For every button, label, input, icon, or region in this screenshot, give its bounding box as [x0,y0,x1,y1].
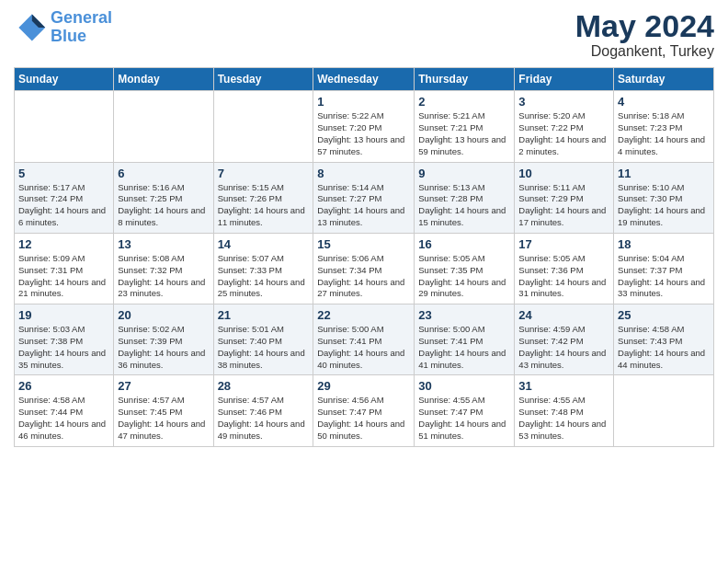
day-info: Sunrise: 5:04 AM Sunset: 7:37 PM Dayligh… [618,253,710,300]
weekday-header-friday: Friday [515,68,614,91]
calendar-cell: 28Sunrise: 4:57 AM Sunset: 7:46 PM Dayli… [213,375,313,446]
day-info: Sunrise: 4:57 AM Sunset: 7:46 PM Dayligh… [218,395,310,442]
day-number: 3 [518,95,609,109]
calendar-cell [614,375,714,446]
day-info: Sunrise: 4:57 AM Sunset: 7:45 PM Dayligh… [118,395,209,442]
day-number: 17 [518,237,609,251]
calendar-cell: 20Sunrise: 5:02 AM Sunset: 7:39 PM Dayli… [114,304,213,375]
week-row-5: 26Sunrise: 4:58 AM Sunset: 7:44 PM Dayli… [15,375,714,446]
day-number: 9 [418,167,510,180]
day-number: 29 [317,379,410,393]
calendar-cell: 25Sunrise: 4:58 AM Sunset: 7:43 PM Dayli… [614,304,714,375]
calendar-table: SundayMondayTuesdayWednesdayThursdayFrid… [14,67,714,446]
weekday-header-tuesday: Tuesday [213,68,313,91]
day-info: Sunrise: 5:05 AM Sunset: 7:35 PM Dayligh… [418,253,510,300]
day-number: 8 [317,167,410,180]
day-info: Sunrise: 5:16 AM Sunset: 7:25 PM Dayligh… [118,182,209,229]
day-number: 31 [518,379,609,393]
day-number: 6 [118,167,209,180]
calendar-cell: 22Sunrise: 5:00 AM Sunset: 7:41 PM Dayli… [313,304,415,375]
day-info: Sunrise: 5:22 AM Sunset: 7:20 PM Dayligh… [317,110,410,157]
calendar-cell: 19Sunrise: 5:03 AM Sunset: 7:38 PM Dayli… [15,304,114,375]
calendar-cell: 29Sunrise: 4:56 AM Sunset: 7:47 PM Dayli… [313,375,415,446]
header: General Blue May 2024 Dogankent, Turkey [14,9,714,60]
logo: General Blue [14,9,112,46]
calendar-cell: 23Sunrise: 5:00 AM Sunset: 7:41 PM Dayli… [415,304,515,375]
logo-icon [14,11,47,44]
calendar-cell: 18Sunrise: 5:04 AM Sunset: 7:37 PM Dayli… [614,233,714,304]
calendar-cell: 11Sunrise: 5:10 AM Sunset: 7:30 PM Dayli… [614,162,714,233]
title-block: May 2024 Dogankent, Turkey [575,9,714,60]
day-number: 7 [218,167,310,180]
calendar-cell: 31Sunrise: 4:55 AM Sunset: 7:48 PM Dayli… [515,375,614,446]
calendar-cell: 24Sunrise: 4:59 AM Sunset: 7:42 PM Dayli… [515,304,614,375]
calendar-cell: 30Sunrise: 4:55 AM Sunset: 7:47 PM Dayli… [415,375,515,446]
day-info: Sunrise: 4:59 AM Sunset: 7:42 PM Dayligh… [518,324,609,371]
weekday-header-sunday: Sunday [15,68,114,91]
calendar-cell: 9Sunrise: 5:13 AM Sunset: 7:28 PM Daylig… [415,162,515,233]
day-info: Sunrise: 4:56 AM Sunset: 7:47 PM Dayligh… [317,395,410,442]
calendar-cell: 1Sunrise: 5:22 AM Sunset: 7:20 PM Daylig… [313,91,415,162]
calendar-cell: 16Sunrise: 5:05 AM Sunset: 7:35 PM Dayli… [415,233,515,304]
day-number: 11 [618,167,710,180]
day-number: 26 [18,379,109,393]
weekday-header-row: SundayMondayTuesdayWednesdayThursdayFrid… [15,68,714,91]
calendar-cell: 6Sunrise: 5:16 AM Sunset: 7:25 PM Daylig… [114,162,213,233]
logo-blue: Blue [51,27,86,45]
week-row-3: 12Sunrise: 5:09 AM Sunset: 7:31 PM Dayli… [15,233,714,304]
day-info: Sunrise: 5:03 AM Sunset: 7:38 PM Dayligh… [18,324,109,371]
day-info: Sunrise: 4:58 AM Sunset: 7:44 PM Dayligh… [18,395,109,442]
day-number: 30 [418,379,510,393]
calendar-cell: 12Sunrise: 5:09 AM Sunset: 7:31 PM Dayli… [15,233,114,304]
day-number: 28 [218,379,310,393]
calendar-cell: 5Sunrise: 5:17 AM Sunset: 7:24 PM Daylig… [15,162,114,233]
logo-text: General Blue [51,9,112,46]
calendar-cell: 13Sunrise: 5:08 AM Sunset: 7:32 PM Dayli… [114,233,213,304]
day-info: Sunrise: 5:21 AM Sunset: 7:21 PM Dayligh… [418,110,510,157]
day-info: Sunrise: 5:00 AM Sunset: 7:41 PM Dayligh… [317,324,410,371]
day-number: 14 [218,237,310,251]
day-number: 16 [418,237,510,251]
day-number: 20 [118,308,209,322]
week-row-4: 19Sunrise: 5:03 AM Sunset: 7:38 PM Dayli… [15,304,714,375]
day-number: 2 [418,95,510,109]
day-number: 23 [418,308,510,322]
day-info: Sunrise: 5:14 AM Sunset: 7:27 PM Dayligh… [317,182,410,229]
day-info: Sunrise: 5:18 AM Sunset: 7:23 PM Dayligh… [618,110,710,157]
day-info: Sunrise: 4:55 AM Sunset: 7:47 PM Dayligh… [418,395,510,442]
day-info: Sunrise: 4:58 AM Sunset: 7:43 PM Dayligh… [618,324,710,371]
calendar-cell: 3Sunrise: 5:20 AM Sunset: 7:22 PM Daylig… [515,91,614,162]
day-number: 22 [317,308,410,322]
page: General Blue May 2024 Dogankent, Turkey … [0,0,728,461]
calendar-cell: 8Sunrise: 5:14 AM Sunset: 7:27 PM Daylig… [313,162,415,233]
day-number: 10 [518,167,609,180]
weekday-header-monday: Monday [114,68,213,91]
day-number: 18 [618,237,710,251]
day-number: 4 [618,95,710,109]
day-number: 19 [18,308,109,322]
month-title: May 2024 [575,9,714,43]
calendar-cell: 7Sunrise: 5:15 AM Sunset: 7:26 PM Daylig… [213,162,313,233]
day-info: Sunrise: 5:07 AM Sunset: 7:33 PM Dayligh… [218,253,310,300]
calendar-cell: 27Sunrise: 4:57 AM Sunset: 7:45 PM Dayli… [114,375,213,446]
day-info: Sunrise: 5:05 AM Sunset: 7:36 PM Dayligh… [518,253,609,300]
day-info: Sunrise: 5:13 AM Sunset: 7:28 PM Dayligh… [418,182,510,229]
calendar-cell: 4Sunrise: 5:18 AM Sunset: 7:23 PM Daylig… [614,91,714,162]
weekday-header-wednesday: Wednesday [313,68,415,91]
day-info: Sunrise: 5:10 AM Sunset: 7:30 PM Dayligh… [618,182,710,229]
calendar-cell: 21Sunrise: 5:01 AM Sunset: 7:40 PM Dayli… [213,304,313,375]
day-number: 1 [317,95,410,109]
day-number: 12 [18,237,109,251]
day-info: Sunrise: 5:02 AM Sunset: 7:39 PM Dayligh… [118,324,209,371]
weekday-header-thursday: Thursday [415,68,515,91]
day-number: 15 [317,237,410,251]
weekday-header-saturday: Saturday [614,68,714,91]
day-info: Sunrise: 5:01 AM Sunset: 7:40 PM Dayligh… [218,324,310,371]
calendar-cell [114,91,213,162]
week-row-1: 1Sunrise: 5:22 AM Sunset: 7:20 PM Daylig… [15,91,714,162]
day-info: Sunrise: 4:55 AM Sunset: 7:48 PM Dayligh… [518,395,609,442]
day-info: Sunrise: 5:11 AM Sunset: 7:29 PM Dayligh… [518,182,609,229]
calendar-cell: 10Sunrise: 5:11 AM Sunset: 7:29 PM Dayli… [515,162,614,233]
calendar-cell [15,91,114,162]
day-number: 5 [18,167,109,180]
